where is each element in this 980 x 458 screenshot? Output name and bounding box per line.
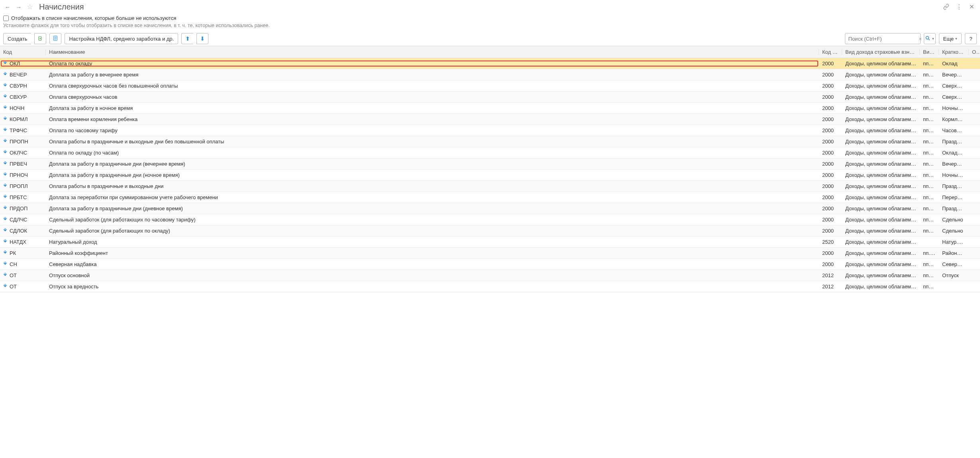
more-button[interactable]: Еще▾ xyxy=(939,33,962,44)
cell-vid: пп… xyxy=(920,105,939,111)
help-button[interactable]: ? xyxy=(965,33,977,44)
cell-code: СДЛЧС xyxy=(0,217,46,223)
code-text: НАТДХ xyxy=(10,239,26,245)
item-icon xyxy=(3,252,7,254)
table-row[interactable]: ПРОПНОплата работы в праздничные и выход… xyxy=(0,136,980,147)
table-row[interactable]: ПРВЕЧДоплата за работу в праздничные дни… xyxy=(0,159,980,170)
col-name[interactable]: Наименование xyxy=(46,49,819,55)
favorite-icon[interactable]: ☆ xyxy=(26,2,34,11)
cell-kod2: 2000 xyxy=(819,127,842,133)
cell-income: Доходы, целиком облагаемы… xyxy=(842,161,920,167)
cell-short: Сверх… xyxy=(939,83,969,89)
table-row[interactable]: ТРФЧСОплата по часовому тарифу2000Доходы… xyxy=(0,125,980,136)
cell-code: ПРНОЧ xyxy=(0,172,46,178)
cell-income: Доходы, целиком облагаемы… xyxy=(842,272,920,278)
cell-kod2: 2520 xyxy=(819,239,842,245)
cell-name: Оплата времени кормления ребенка xyxy=(46,116,819,122)
cell-kod2: 2000 xyxy=(819,172,842,178)
cell-short: Празд… xyxy=(939,139,969,145)
cell-kod2: 2000 xyxy=(819,206,842,211)
cell-vid: пп… xyxy=(920,161,939,167)
search-input[interactable] xyxy=(845,36,919,42)
item-icon xyxy=(3,218,7,220)
search-box[interactable]: × xyxy=(845,33,921,44)
table-row[interactable]: ОКЛЧСОплата по окладу (по часам)2000Дохо… xyxy=(0,147,980,159)
plan-button[interactable] xyxy=(49,33,61,44)
table-row[interactable]: СДЛОКСдельный заработок (для работающих … xyxy=(0,225,980,237)
cell-income: Доходы, целиком облагаемы… xyxy=(842,228,920,234)
nav-forward-button[interactable]: → xyxy=(14,2,23,11)
table-row[interactable]: ПРНОЧДоплата за работу в праздничные дни… xyxy=(0,170,980,181)
table-row[interactable]: ОТОтпуск за вредность2012Доходы, целиком… xyxy=(0,281,980,292)
item-icon xyxy=(3,73,7,75)
cell-vid: пп… xyxy=(920,272,939,278)
col-kod2[interactable]: Код … xyxy=(819,49,842,55)
table-row[interactable]: КОРМЛОплата времени кормления ребенка200… xyxy=(0,114,980,125)
table-row[interactable]: РКРайонный коэффициент2000Доходы, целико… xyxy=(0,248,980,259)
item-icon xyxy=(3,263,7,265)
table-row[interactable]: ОКЛОплата по окладу2000Доходы, целиком о… xyxy=(0,58,980,69)
cell-kod2: 2000 xyxy=(819,261,842,267)
col-code[interactable]: Код xyxy=(0,49,46,55)
cell-code: ОКЛЧС xyxy=(0,150,46,156)
cell-income: Доходы, целиком облагаемы… xyxy=(842,239,920,245)
table-row[interactable]: НОЧНДоплата за работу в ночное время2000… xyxy=(0,103,980,114)
cell-name: Доплата за работу в праздничные дни (дне… xyxy=(46,206,819,211)
col-income[interactable]: Вид дохода страховые взносы xyxy=(842,49,920,55)
cell-code: ОТ xyxy=(0,284,46,290)
move-up-button[interactable]: ⬆ xyxy=(181,33,193,44)
cell-vid: пп.1… xyxy=(920,250,939,256)
cell-vid: пп… xyxy=(920,94,939,100)
item-icon xyxy=(3,229,7,231)
cell-name: Оплата по окладу xyxy=(46,61,819,67)
item-icon xyxy=(3,62,7,64)
table-row[interactable]: СВУРНОплата сверхурочных часов без повыш… xyxy=(0,80,980,92)
table-row[interactable]: СВХУРОплата сверхурочных часов2000Доходы… xyxy=(0,92,980,103)
cell-code: ОКЛ xyxy=(0,61,46,67)
col-o[interactable]: О… xyxy=(969,49,980,55)
cell-name: Доплата за работу в праздничные дни (ноч… xyxy=(46,172,819,178)
col-vid[interactable]: Вид… xyxy=(920,49,939,55)
cell-code: СН xyxy=(0,261,46,267)
cell-income: Доходы, целиком облагаемы… xyxy=(842,172,920,178)
cell-code: ОТ xyxy=(0,272,46,278)
item-icon xyxy=(3,107,7,109)
code-text: ОТ xyxy=(10,272,17,278)
table-row[interactable]: ПРДОПДоплата за работу в праздничные дни… xyxy=(0,203,980,214)
nav-back-button[interactable]: ← xyxy=(3,2,12,11)
col-short[interactable]: Кратко… xyxy=(939,49,969,55)
cell-code: РК xyxy=(0,250,46,256)
page-title: Начисления xyxy=(39,2,84,12)
table-row[interactable]: ОТОтпуск основной2012Доходы, целиком обл… xyxy=(0,270,980,281)
more-vertical-icon[interactable]: ⋮ xyxy=(954,2,964,12)
move-down-button[interactable]: ⬇ xyxy=(196,33,208,44)
advanced-search-button[interactable]: ▾ xyxy=(924,33,936,44)
code-text: СДЛОК xyxy=(10,228,27,234)
code-text: ПРВЕЧ xyxy=(10,161,27,167)
item-icon xyxy=(3,129,7,131)
search-clear-button[interactable]: × xyxy=(919,36,922,42)
table-row[interactable]: ПРОПЛОплата работы в праздничные и выход… xyxy=(0,181,980,192)
table-row[interactable]: СНСеверная надбавка2000Доходы, целиком о… xyxy=(0,259,980,270)
link-icon[interactable] xyxy=(941,2,951,12)
table-row[interactable]: СДЛЧССдельный заработок (для работающих … xyxy=(0,214,980,225)
show-archived-label: Отображать в списке начисления, которые … xyxy=(11,15,176,21)
cell-vid: пп… xyxy=(920,83,939,89)
code-text: ОКЛ xyxy=(10,61,20,67)
cell-short: Празд… xyxy=(939,206,969,211)
table-row[interactable]: ПРБТСДоплата за переработки при суммиров… xyxy=(0,192,980,203)
cell-code: НОЧН xyxy=(0,105,46,111)
table-row[interactable]: ВЕЧЕРДоплата за работу в вечернее время2… xyxy=(0,69,980,80)
table-row[interactable]: НАТДХНатуральный доход2520Доходы, целико… xyxy=(0,237,980,248)
settings-button[interactable]: Настройка НДФЛ, среднего заработка и др. xyxy=(65,33,178,44)
create-copy-button[interactable] xyxy=(34,33,46,44)
cell-code: ВЕЧЕР xyxy=(0,72,46,78)
cell-kod2: 2000 xyxy=(819,228,842,234)
close-icon[interactable]: ✕ xyxy=(966,2,977,12)
cell-short: Сверх… xyxy=(939,94,969,100)
cell-short: Сдельно xyxy=(939,228,969,234)
create-button[interactable]: Создать xyxy=(3,33,31,44)
chevron-down-icon: ▾ xyxy=(955,37,957,41)
cell-code: ПРДОП xyxy=(0,206,46,211)
show-archived-checkbox[interactable] xyxy=(3,16,9,21)
